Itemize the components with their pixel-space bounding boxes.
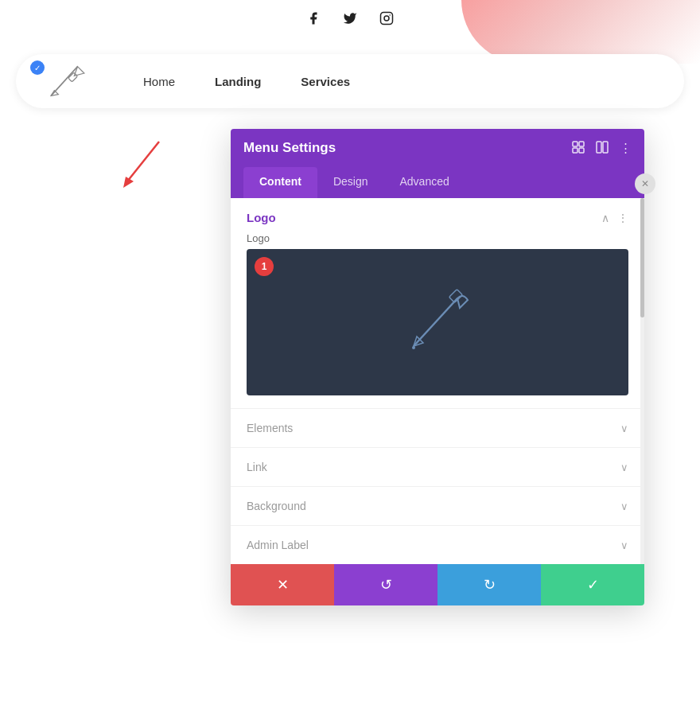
undo-button[interactable]: ↺ [334, 564, 438, 605]
logo-options-icon[interactable]: ⋮ [617, 212, 628, 224]
red-arrow-annotation [111, 134, 175, 200]
nav-logo-area [16, 54, 119, 108]
logo-edit-badge [30, 60, 45, 75]
link-section[interactable]: Link ∨ [231, 447, 644, 486]
panel-header: Menu Settings ⋮ [231, 129, 644, 167]
logo-section-header: Logo ∧ ⋮ [231, 198, 644, 232]
nav-home[interactable]: Home [143, 75, 175, 88]
elements-section[interactable]: Elements ∨ [231, 408, 644, 447]
panel-close-button[interactable]: ✕ [635, 173, 655, 194]
admin-label-chevron-icon: ∨ [620, 539, 628, 551]
svg-rect-9 [573, 148, 578, 153]
logo-upload-area[interactable]: 1 [247, 249, 628, 395]
action-bar: ✕ ↺ ↻ ✓ [231, 564, 644, 605]
panel-scrollbar-thumb [640, 198, 644, 317]
save-button[interactable]: ✓ [541, 564, 644, 605]
background-label: Background [247, 500, 306, 512]
panel-body: Logo ∧ ⋮ Logo 1 [231, 198, 644, 564]
svg-point-1 [384, 16, 389, 21]
svg-rect-10 [579, 148, 584, 153]
link-chevron-icon: ∨ [620, 461, 628, 473]
panel-header-icons: ⋮ [572, 141, 632, 156]
social-bar [0, 11, 700, 29]
admin-label-section[interactable]: Admin Label ∨ [231, 525, 644, 564]
more-icon[interactable]: ⋮ [620, 141, 632, 155]
logo-preview-image [390, 282, 485, 362]
nav-bar: Home Landing Services [16, 54, 684, 108]
svg-marker-6 [123, 177, 134, 188]
svg-rect-12 [603, 142, 608, 153]
redo-button[interactable]: ↻ [438, 564, 541, 605]
nav-landing[interactable]: Landing [215, 75, 261, 88]
background-chevron-icon: ∨ [620, 500, 628, 512]
svg-line-5 [127, 142, 159, 181]
settings-panel: Menu Settings ⋮ Content Design A [231, 129, 644, 605]
collapse-logo-icon[interactable]: ∧ [601, 212, 609, 224]
svg-rect-8 [579, 142, 584, 146]
elements-label: Elements [247, 422, 293, 434]
section-header-icons: ∧ ⋮ [601, 212, 628, 224]
facebook-icon[interactable] [306, 11, 321, 29]
svg-line-13 [414, 298, 457, 346]
instagram-icon[interactable] [379, 11, 394, 29]
columns-icon[interactable] [596, 141, 609, 156]
svg-point-15 [412, 346, 415, 349]
twitter-icon[interactable] [343, 11, 357, 29]
panel-tabs: Content Design Advanced [231, 167, 644, 198]
link-label: Link [247, 461, 267, 473]
background-section[interactable]: Background ∨ [231, 486, 644, 525]
panel-scrollbar[interactable] [640, 198, 644, 564]
panel-title: Menu Settings [243, 140, 336, 156]
logo-section-title: Logo [247, 211, 276, 224]
expand-icon[interactable] [572, 141, 585, 156]
svg-point-2 [389, 14, 391, 16]
nav-links: Home Landing Services [143, 75, 350, 88]
admin-label-text: Admin Label [247, 539, 309, 551]
logo-field-label: Logo [231, 232, 644, 249]
svg-rect-4 [68, 72, 78, 82]
nav-services[interactable]: Services [301, 75, 350, 88]
elements-chevron-icon: ∨ [620, 422, 628, 434]
svg-rect-11 [597, 142, 601, 153]
upload-badge: 1 [255, 257, 274, 276]
tab-content[interactable]: Content [243, 167, 317, 198]
tab-design[interactable]: Design [317, 167, 384, 198]
tab-advanced[interactable]: Advanced [383, 167, 465, 198]
logo-image [40, 61, 95, 101]
svg-rect-0 [381, 13, 393, 25]
svg-rect-7 [573, 142, 578, 146]
cancel-button[interactable]: ✕ [231, 564, 334, 605]
